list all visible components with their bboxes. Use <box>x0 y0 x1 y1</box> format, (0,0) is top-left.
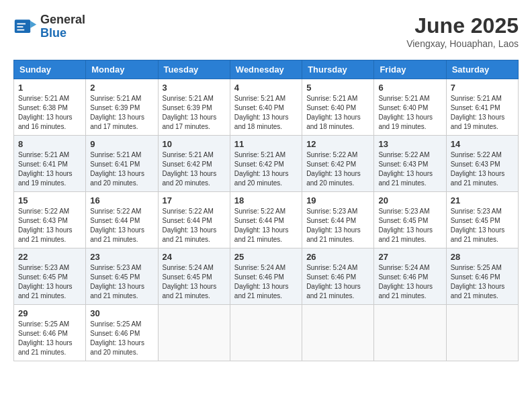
day-number: 27 <box>378 252 441 262</box>
calendar-cell: 4 Sunrise: 5:21 AMSunset: 6:40 PMDayligh… <box>230 79 302 136</box>
day-number: 10 <box>163 139 226 149</box>
calendar-cell: 29 Sunrise: 5:25 AMSunset: 6:46 PMDaylig… <box>14 305 86 361</box>
calendar-week-row: 15 Sunrise: 5:22 AMSunset: 6:43 PMDaylig… <box>14 192 519 248</box>
day-number: 22 <box>18 252 81 262</box>
calendar-cell: 19 Sunrise: 5:23 AMSunset: 6:44 PMDaylig… <box>302 192 374 248</box>
day-number: 28 <box>451 252 514 262</box>
day-number: 9 <box>90 139 153 149</box>
calendar-week-row: 29 Sunrise: 5:25 AMSunset: 6:46 PMDaylig… <box>14 305 519 361</box>
calendar-cell: 17 Sunrise: 5:22 AMSunset: 6:44 PMDaylig… <box>158 192 230 248</box>
day-number: 8 <box>18 139 81 149</box>
calendar-cell: 3 Sunrise: 5:21 AMSunset: 6:39 PMDayligh… <box>158 79 230 136</box>
day-number: 14 <box>451 139 514 149</box>
calendar-cell: 18 Sunrise: 5:22 AMSunset: 6:44 PMDaylig… <box>230 192 302 248</box>
calendar-week-row: 8 Sunrise: 5:21 AMSunset: 6:41 PMDayligh… <box>14 136 519 192</box>
day-number: 25 <box>234 252 298 262</box>
calendar-cell: 11 Sunrise: 5:21 AMSunset: 6:42 PMDaylig… <box>230 136 302 192</box>
title-block: June 2025 Viengxay, Houaphan, Laos <box>406 13 519 49</box>
logo-general-text: General <box>40 13 85 27</box>
calendar-cell: 28 Sunrise: 5:25 AMSunset: 6:46 PMDaylig… <box>446 248 518 305</box>
calendar-cell: 2 Sunrise: 5:21 AMSunset: 6:39 PMDayligh… <box>86 79 158 136</box>
calendar-header-row: SundayMondayTuesdayWednesdayThursdayFrid… <box>14 60 519 79</box>
calendar-week-row: 1 Sunrise: 5:21 AMSunset: 6:38 PMDayligh… <box>14 79 519 136</box>
location-text: Viengxay, Houaphan, Laos <box>406 38 519 49</box>
logo-blue-text: Blue <box>40 27 85 40</box>
day-number: 30 <box>90 308 153 318</box>
calendar-cell <box>158 305 230 361</box>
calendar-cell: 14 Sunrise: 5:22 AMSunset: 6:43 PMDaylig… <box>446 136 518 192</box>
calendar-week-row: 22 Sunrise: 5:23 AMSunset: 6:45 PMDaylig… <box>14 248 519 305</box>
day-number: 15 <box>18 195 81 205</box>
column-header-tuesday: Tuesday <box>158 60 230 79</box>
calendar-cell: 10 Sunrise: 5:21 AMSunset: 6:42 PMDaylig… <box>158 136 230 192</box>
column-header-monday: Monday <box>86 60 158 79</box>
calendar-cell <box>374 305 446 361</box>
calendar-cell <box>446 305 518 361</box>
day-number: 29 <box>18 308 81 318</box>
cell-content: Sunrise: 5:25 AMSunset: 6:46 PMDaylight:… <box>451 264 505 300</box>
cell-content: Sunrise: 5:21 AMSunset: 6:41 PMDaylight:… <box>90 151 144 187</box>
calendar-cell: 27 Sunrise: 5:24 AMSunset: 6:46 PMDaylig… <box>374 248 446 305</box>
cell-content: Sunrise: 5:22 AMSunset: 6:43 PMDaylight:… <box>451 151 505 187</box>
calendar-cell: 21 Sunrise: 5:23 AMSunset: 6:45 PMDaylig… <box>446 192 518 248</box>
cell-content: Sunrise: 5:22 AMSunset: 6:44 PMDaylight:… <box>234 208 289 243</box>
cell-content: Sunrise: 5:22 AMSunset: 6:43 PMDaylight:… <box>378 151 433 187</box>
day-number: 18 <box>234 195 298 205</box>
cell-content: Sunrise: 5:22 AMSunset: 6:44 PMDaylight:… <box>163 208 217 243</box>
svg-rect-0 <box>15 19 30 33</box>
day-number: 6 <box>378 83 441 93</box>
calendar-cell: 6 Sunrise: 5:21 AMSunset: 6:40 PMDayligh… <box>374 79 446 136</box>
calendar-cell: 22 Sunrise: 5:23 AMSunset: 6:45 PMDaylig… <box>14 248 86 305</box>
calendar-cell: 23 Sunrise: 5:23 AMSunset: 6:45 PMDaylig… <box>86 248 158 305</box>
cell-content: Sunrise: 5:23 AMSunset: 6:45 PMDaylight:… <box>451 208 505 243</box>
day-number: 21 <box>451 195 514 205</box>
cell-content: Sunrise: 5:24 AMSunset: 6:46 PMDaylight:… <box>234 264 289 300</box>
calendar-cell: 9 Sunrise: 5:21 AMSunset: 6:41 PMDayligh… <box>86 136 158 192</box>
cell-content: Sunrise: 5:21 AMSunset: 6:41 PMDaylight:… <box>451 95 505 130</box>
cell-content: Sunrise: 5:23 AMSunset: 6:45 PMDaylight:… <box>378 208 433 243</box>
cell-content: Sunrise: 5:21 AMSunset: 6:40 PMDaylight:… <box>378 95 433 130</box>
calendar-cell: 7 Sunrise: 5:21 AMSunset: 6:41 PMDayligh… <box>446 79 518 136</box>
cell-content: Sunrise: 5:22 AMSunset: 6:43 PMDaylight:… <box>18 208 73 243</box>
cell-content: Sunrise: 5:21 AMSunset: 6:38 PMDaylight:… <box>18 95 73 130</box>
day-number: 1 <box>18 83 81 93</box>
cell-content: Sunrise: 5:21 AMSunset: 6:42 PMDaylight:… <box>163 151 217 187</box>
day-number: 24 <box>163 252 226 262</box>
page-header: General Blue June 2025 Viengxay, Houapha… <box>13 13 519 49</box>
calendar-cell: 5 Sunrise: 5:21 AMSunset: 6:40 PMDayligh… <box>302 79 374 136</box>
cell-content: Sunrise: 5:21 AMSunset: 6:41 PMDaylight:… <box>18 151 73 187</box>
cell-content: Sunrise: 5:21 AMSunset: 6:39 PMDaylight:… <box>90 95 144 130</box>
calendar-cell: 30 Sunrise: 5:25 AMSunset: 6:46 PMDaylig… <box>86 305 158 361</box>
day-number: 26 <box>306 252 369 262</box>
cell-content: Sunrise: 5:24 AMSunset: 6:46 PMDaylight:… <box>378 264 433 300</box>
day-number: 11 <box>234 139 298 149</box>
svg-rect-3 <box>17 26 23 28</box>
cell-content: Sunrise: 5:21 AMSunset: 6:40 PMDaylight:… <box>306 95 361 130</box>
calendar-cell: 1 Sunrise: 5:21 AMSunset: 6:38 PMDayligh… <box>14 79 86 136</box>
cell-content: Sunrise: 5:21 AMSunset: 6:39 PMDaylight:… <box>163 95 217 130</box>
calendar-cell <box>230 305 302 361</box>
column-header-thursday: Thursday <box>302 60 374 79</box>
cell-content: Sunrise: 5:21 AMSunset: 6:42 PMDaylight:… <box>234 151 289 187</box>
cell-content: Sunrise: 5:24 AMSunset: 6:46 PMDaylight:… <box>306 264 361 300</box>
column-header-wednesday: Wednesday <box>230 60 302 79</box>
calendar-cell: 13 Sunrise: 5:22 AMSunset: 6:43 PMDaylig… <box>374 136 446 192</box>
day-number: 2 <box>90 83 153 93</box>
cell-content: Sunrise: 5:21 AMSunset: 6:40 PMDaylight:… <box>234 95 289 130</box>
calendar-cell <box>302 305 374 361</box>
cell-content: Sunrise: 5:23 AMSunset: 6:45 PMDaylight:… <box>18 264 73 300</box>
day-number: 17 <box>163 195 226 205</box>
column-header-friday: Friday <box>374 60 446 79</box>
day-number: 19 <box>306 195 369 205</box>
svg-rect-2 <box>17 23 26 24</box>
day-number: 12 <box>306 139 369 149</box>
day-number: 13 <box>378 139 441 149</box>
column-header-sunday: Sunday <box>14 60 86 79</box>
calendar-cell: 25 Sunrise: 5:24 AMSunset: 6:46 PMDaylig… <box>230 248 302 305</box>
logo-icon <box>13 15 38 39</box>
day-number: 3 <box>163 83 226 93</box>
calendar-table: SundayMondayTuesdayWednesdayThursdayFrid… <box>13 60 519 361</box>
logo: General Blue <box>13 13 85 40</box>
cell-content: Sunrise: 5:25 AMSunset: 6:46 PMDaylight:… <box>18 320 73 356</box>
calendar-cell: 26 Sunrise: 5:24 AMSunset: 6:46 PMDaylig… <box>302 248 374 305</box>
